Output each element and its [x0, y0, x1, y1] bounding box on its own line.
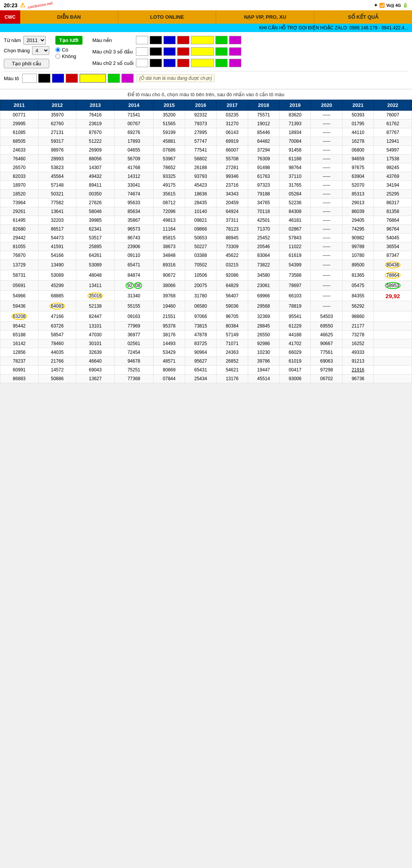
table-cell[interactable]: 99789 [342, 242, 373, 251]
color-purple-2[interactable] [229, 47, 241, 56]
color-white-2[interactable] [136, 47, 148, 56]
table-cell[interactable]: 71071 [217, 339, 248, 348]
table-cell[interactable]: 50227 [185, 242, 216, 251]
table-cell[interactable]: 02867 [280, 225, 311, 234]
table-cell[interactable]: 50321 [38, 190, 76, 198]
table-cell[interactable]: 18520 [0, 190, 39, 198]
table-cell[interactable]: 69966 [248, 291, 279, 301]
table-cell[interactable]: 59199 [153, 128, 185, 137]
table-cell[interactable]: 78697 [280, 281, 311, 291]
color-green-2[interactable] [215, 47, 228, 56]
table-cell[interactable]: 09163 [114, 311, 153, 322]
table-cell[interactable]: 75571 [248, 111, 279, 119]
table-cell[interactable]: 29568 [248, 301, 279, 311]
table-cell[interactable]: 61763 [248, 172, 279, 181]
table-cell[interactable]: 06580 [185, 301, 216, 311]
table-cell[interactable]: 83620 [280, 111, 311, 119]
table-cell[interactable]: ----- [311, 190, 342, 198]
table-cell[interactable]: 16252 [342, 339, 373, 348]
table-cell[interactable]: 05284 [280, 190, 311, 198]
table-cell[interactable]: 57149 [217, 331, 248, 339]
table-cell[interactable]: 65188 [0, 331, 39, 339]
table-cell[interactable]: 13627 [76, 374, 115, 383]
table-cell[interactable] [374, 339, 412, 348]
table-cell[interactable]: 03215 [217, 260, 248, 270]
table-cell[interactable]: 27281 [217, 163, 248, 172]
table-cell[interactable]: 26909 [76, 146, 115, 155]
table-cell[interactable]: 61085 [0, 128, 39, 137]
table-cell[interactable]: 54621 [217, 366, 248, 374]
table-cell[interactable]: 58731 [0, 270, 39, 281]
table-cell[interactable]: 64261 [76, 251, 115, 260]
table-cell[interactable]: 13641 [38, 207, 76, 216]
table-cell[interactable]: 9208 [114, 281, 153, 291]
table-cell[interactable]: 61495 [0, 216, 39, 225]
table-cell[interactable]: 50653 [185, 234, 216, 242]
table-cell[interactable]: 72096 [153, 207, 185, 216]
table-cell[interactable]: 21916 [342, 366, 373, 374]
table-cell[interactable]: 96573 [114, 225, 153, 234]
table-cell[interactable]: 25434 [185, 374, 216, 383]
table-cell[interactable]: 73815 [185, 322, 216, 331]
table-cell[interactable]: 82447 [76, 311, 115, 322]
table-cell[interactable]: 78819 [280, 301, 311, 311]
table-cell[interactable]: 14307 [76, 163, 115, 172]
table-cell[interactable]: 93325 [153, 172, 185, 181]
table-cell[interactable]: 95627 [185, 357, 216, 366]
table-cell[interactable]: 53517 [76, 234, 115, 242]
table-cell[interactable]: 47166 [38, 311, 76, 322]
table-cell[interactable]: 90964 [185, 348, 216, 357]
table-cell[interactable]: 68885 [38, 291, 76, 301]
table-cell[interactable]: 77368 [114, 374, 153, 383]
table-cell[interactable]: 56709 [114, 155, 153, 163]
table-cell[interactable]: 55155 [114, 301, 153, 311]
table-cell[interactable]: 93006 [280, 374, 311, 383]
table-cell[interactable]: 49175 [153, 181, 185, 190]
table-cell[interactable]: 46640 [76, 357, 115, 366]
table-cell[interactable]: 31780 [185, 291, 216, 301]
table-cell[interactable]: 00767 [114, 119, 153, 128]
table-cell[interactable]: 54997 [374, 146, 412, 155]
table-cell[interactable]: 14312 [114, 172, 153, 181]
table-cell[interactable]: 75251 [114, 366, 153, 374]
table-cell[interactable]: 78652 [153, 163, 185, 172]
table-cell[interactable]: 13411 [76, 281, 115, 291]
table-cell[interactable]: 43769 [374, 172, 412, 181]
table-cell[interactable]: 02561 [114, 339, 153, 348]
table-cell[interactable]: 52236 [280, 198, 311, 207]
table-cell[interactable]: 45299 [38, 281, 76, 291]
table-cell[interactable]: 81365 [342, 270, 373, 281]
table-cell[interactable]: 18934 [280, 128, 311, 137]
table-cell[interactable]: 96736 [342, 374, 373, 383]
table-cell[interactable]: 58547 [38, 331, 76, 339]
table-cell[interactable]: 54966 [0, 291, 39, 301]
table-cell[interactable]: 20075 [185, 281, 216, 291]
table-cell[interactable]: 45423 [185, 181, 216, 190]
table-cell[interactable]: 79188 [248, 190, 279, 198]
table-cell[interactable]: 48048 [76, 270, 115, 281]
table-cell[interactable] [374, 366, 412, 374]
table-cell[interactable]: 17893 [114, 137, 153, 146]
table-cell[interactable]: 16142 [0, 339, 39, 348]
table-cell[interactable]: 70502 [185, 260, 216, 270]
table-cell[interactable]: 58046 [76, 207, 115, 216]
table-cell[interactable]: 63208 [0, 311, 39, 322]
table-cell[interactable]: 14493 [153, 339, 185, 348]
table-cell[interactable]: 50886 [38, 374, 76, 383]
table-cell[interactable]: 88056 [76, 155, 115, 163]
table-cell[interactable]: 69043 [76, 366, 115, 374]
table-cell[interactable]: 20546 [248, 242, 279, 251]
table-cell[interactable]: 28435 [185, 198, 216, 207]
table-cell[interactable]: 00771 [0, 111, 39, 119]
table-cell[interactable]: 90667 [311, 339, 342, 348]
table-cell[interactable]: ----- [311, 198, 342, 207]
table-cell[interactable]: 77561 [311, 348, 342, 357]
table-cell[interactable]: ----- [311, 128, 342, 137]
table-cell[interactable]: ----- [311, 301, 342, 311]
table-cell[interactable]: 53429 [153, 348, 185, 357]
table-cell[interactable]: 57843 [280, 234, 311, 242]
table-cell[interactable]: 62760 [38, 119, 76, 128]
table-cell[interactable]: 24633 [0, 146, 39, 155]
table-cell[interactable]: 90672 [153, 270, 185, 281]
table-cell[interactable]: 41591 [38, 242, 76, 251]
